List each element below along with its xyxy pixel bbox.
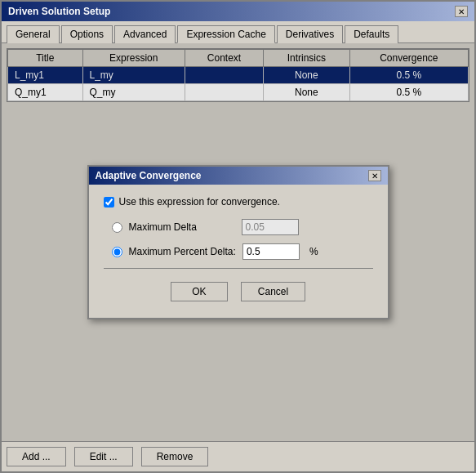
- add-button[interactable]: Add ...: [7, 447, 66, 466]
- dialog-content: Use this expression for convergence. Max…: [89, 185, 388, 318]
- max-percent-radio[interactable]: [112, 247, 122, 257]
- dialog-divider: [104, 268, 373, 269]
- max-delta-radio[interactable]: [112, 222, 122, 233]
- tab-bar: General Options Advanced Expression Cach…: [2, 21, 474, 43]
- dialog-buttons: OK Cancel: [104, 277, 373, 310]
- remove-button[interactable]: Remove: [141, 447, 209, 466]
- dialog-title: Adaptive Convergence: [96, 170, 202, 181]
- tab-derivatives[interactable]: Derivatives: [277, 25, 343, 43]
- max-percent-row: Maximum Percent Delta: %: [104, 243, 373, 260]
- window-title: Driven Solution Setup: [8, 6, 110, 17]
- max-percent-input[interactable]: [242, 243, 300, 260]
- checkbox-row: Use this expression for convergence.: [104, 196, 373, 207]
- max-delta-label: Maximum Delta: [129, 221, 235, 233]
- tab-advanced[interactable]: Advanced: [114, 25, 176, 43]
- adaptive-convergence-dialog: Adaptive Convergence ✕ Use this expressi…: [87, 165, 389, 319]
- percent-symbol: %: [309, 246, 318, 257]
- ok-button[interactable]: OK: [171, 282, 228, 301]
- dialog-close-button[interactable]: ✕: [368, 170, 381, 181]
- max-percent-label: Maximum Percent Delta:: [129, 246, 236, 257]
- cancel-button[interactable]: Cancel: [241, 282, 305, 301]
- checkbox-label: Use this expression for convergence.: [119, 196, 280, 207]
- bottom-bar: Add ... Edit ... Remove: [2, 441, 474, 471]
- tab-options[interactable]: Options: [61, 25, 113, 43]
- max-delta-row: Maximum Delta: [104, 219, 373, 235]
- dialog-title-bar: Adaptive Convergence ✕: [89, 167, 388, 185]
- window-close-button[interactable]: ✕: [455, 6, 468, 17]
- max-delta-input[interactable]: [242, 219, 299, 235]
- tab-defaults[interactable]: Defaults: [345, 25, 398, 43]
- title-bar: Driven Solution Setup ✕: [2, 2, 474, 21]
- use-expression-checkbox[interactable]: [104, 197, 114, 207]
- modal-overlay: Adaptive Convergence ✕ Use this expressi…: [2, 43, 474, 441]
- main-window: Driven Solution Setup ✕ General Options …: [0, 0, 476, 473]
- tab-general[interactable]: General: [7, 25, 60, 43]
- tab-expression-cache[interactable]: Expression Cache: [177, 25, 274, 43]
- edit-button[interactable]: Edit ...: [74, 447, 133, 466]
- content-area: Title Expression Context Intrinsics Conv…: [2, 43, 474, 441]
